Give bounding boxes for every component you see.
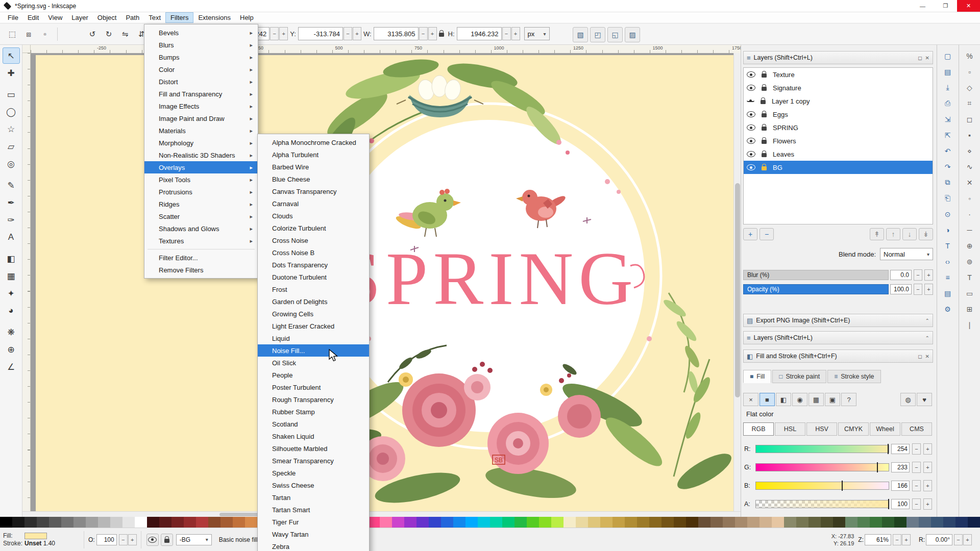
restore-button[interactable]: ❐	[934, 0, 957, 12]
zoom-plus-button[interactable]: +	[902, 534, 911, 545]
overlays-menu-item-colorize-turbulent[interactable]: Colorize Turbulent	[258, 222, 369, 234]
minimize-button[interactable]: —	[911, 0, 934, 12]
filters-menu-item-bumps[interactable]: Bumps▸	[144, 51, 258, 63]
vertical-ruler[interactable]	[22, 53, 31, 511]
palette-swatch[interactable]	[698, 517, 710, 528]
layer-lock-icon[interactable]	[762, 140, 767, 144]
h-minus-button[interactable]: −	[502, 27, 511, 40]
opacity-plus-button[interactable]: +	[924, 284, 933, 295]
palette-swatch[interactable]	[845, 517, 857, 528]
layer-lock-icon[interactable]	[762, 166, 767, 170]
blur-value[interactable]: 0.0	[890, 270, 912, 280]
palette-swatch[interactable]	[576, 517, 588, 528]
pattern-button[interactable]: ▦	[808, 393, 824, 406]
palette-swatch[interactable]	[637, 517, 649, 528]
overlays-menu-item-zebra[interactable]: Zebra	[258, 540, 369, 551]
overlays-menu-item-cross-noise[interactable]: Cross Noise	[258, 234, 369, 246]
green-slider-plus-button[interactable]: +	[923, 462, 932, 473]
red-slider-track[interactable]	[755, 445, 889, 453]
overlays-menu-item-shaken-liquid[interactable]: Shaken Liquid	[258, 430, 369, 442]
palette-swatch[interactable]	[735, 517, 747, 528]
layer-visibility-icon[interactable]	[747, 151, 755, 157]
opacity-slider[interactable]: Opacity (%)	[743, 284, 889, 294]
snap-grids-toggle[interactable]: ⊞	[962, 302, 977, 316]
layer-row-flowers[interactable]: Flowers	[744, 134, 933, 147]
palette-swatch[interactable]	[233, 517, 245, 528]
filters-menu-item-color[interactable]: Color▸	[144, 63, 258, 76]
filters-menu-item-blurs[interactable]: Blurs▸	[144, 39, 258, 51]
lock-ratio-toggle[interactable]	[437, 31, 446, 37]
blue-slider-plus-button[interactable]: +	[923, 480, 932, 491]
zoom-page-button[interactable]: ⊙	[940, 207, 955, 221]
align-dialog-button[interactable]: ≡	[940, 270, 955, 285]
palette-swatch[interactable]	[600, 517, 612, 528]
palette-swatch[interactable]	[502, 517, 514, 528]
palette-swatch[interactable]	[588, 517, 600, 528]
rotation-minus-button[interactable]: −	[954, 534, 963, 545]
snap-line-midpoints-toggle[interactable]: ─	[962, 222, 977, 237]
units-dropdown[interactable]: px ▾	[524, 27, 550, 40]
palette-swatch[interactable]	[955, 517, 968, 528]
fill-stroke-dialog-button[interactable]: ◑	[940, 222, 955, 237]
layer-lock-icon[interactable]	[762, 113, 767, 117]
blue-slider-track[interactable]	[755, 482, 889, 490]
overlays-menu-item-scotland[interactable]: Scotland	[258, 418, 369, 430]
filters-menu-item-image-paint-and-draw[interactable]: Image Paint and Draw▸	[144, 112, 258, 124]
zoom-field[interactable]: 61%	[865, 534, 891, 545]
gradient-tool[interactable]: ◧	[3, 251, 20, 267]
overlays-menu-item-blue-cheese[interactable]: Blue Cheese	[258, 173, 369, 185]
layer-row-eggs[interactable]: Eggs	[744, 108, 933, 121]
filters-menu-item-non-realistic-3d-shaders[interactable]: Non-Realistic 3D Shaders▸	[144, 149, 258, 161]
vertical-scrollbar[interactable]	[733, 53, 741, 511]
float-panel-button[interactable]: ◻	[918, 354, 922, 359]
palette-swatch[interactable]	[612, 517, 625, 528]
filters-menu-item-remove-filters[interactable]: Remove Filters	[144, 264, 258, 276]
horizontal-scrollbar[interactable]	[22, 511, 741, 517]
print-button[interactable]: ⎙	[940, 96, 955, 111]
palette-swatch[interactable]	[24, 517, 37, 528]
snap-page-border-toggle[interactable]: ▭	[962, 286, 977, 300]
opacity-spin-plus[interactable]: +	[128, 534, 137, 545]
overlays-menu-item-tartan[interactable]: Tartan	[258, 491, 369, 504]
current-layer-dropdown[interactable]: -BG ▾	[176, 534, 212, 545]
affect-patterns-toggle[interactable]: ▨	[625, 27, 640, 42]
filters-menu-item-pixel-tools[interactable]: Pixel Tools▸	[144, 173, 258, 186]
blue-slider-value[interactable]: 166	[891, 481, 910, 491]
palette-swatch[interactable]	[870, 517, 882, 528]
palette-swatch[interactable]	[122, 517, 135, 528]
mode-wheel[interactable]: Wheel	[870, 422, 900, 436]
green-slider-track[interactable]	[755, 463, 889, 471]
paste-button[interactable]: ⎗	[940, 191, 955, 206]
palette-swatch[interactable]	[245, 517, 257, 528]
text-dialog-button[interactable]: T	[940, 238, 955, 253]
node-tool[interactable]: ✚	[3, 65, 20, 81]
mesh-gradient-button[interactable]: ◍	[900, 393, 916, 406]
opacity-value[interactable]: 100.0	[890, 284, 912, 294]
calligraphy-tool[interactable]: ✑	[3, 212, 20, 228]
snap-bbox-edges-toggle[interactable]: ◇	[962, 80, 977, 95]
snap-rotation-centers-toggle[interactable]: ⊚	[962, 254, 977, 269]
blur-slider[interactable]: Blur (%)	[743, 270, 889, 280]
layer-lock-icon[interactable]	[761, 100, 766, 104]
zoom-minus-button[interactable]: −	[893, 534, 901, 545]
h-field[interactable]: 1946.232	[457, 27, 502, 40]
layer-visibility-icon[interactable]	[747, 138, 755, 144]
palette-swatch[interactable]	[747, 517, 760, 528]
mode-cmyk[interactable]: CMYK	[838, 422, 869, 436]
overlays-menu-item-tiger-fur[interactable]: Tiger Fur	[258, 516, 369, 528]
ellipse-tool[interactable]: ◯	[3, 104, 20, 120]
palette-swatch[interactable]	[551, 517, 564, 528]
import-button[interactable]: ⇲	[940, 112, 955, 127]
y-minus-button[interactable]: −	[344, 27, 352, 40]
open-file-button[interactable]: ▤	[940, 64, 955, 79]
palette-swatch[interactable]	[564, 517, 576, 528]
export-button[interactable]: ⇱	[940, 128, 955, 142]
palette-swatch[interactable]	[906, 517, 919, 528]
mode-cms[interactable]: CMS	[901, 422, 932, 436]
palette-swatch[interactable]	[135, 517, 147, 528]
mode-hsv[interactable]: HSV	[806, 422, 837, 436]
fill-stroke-indicator[interactable]: Fill: Stroke:Unset 1.40	[0, 532, 80, 547]
filters-menu-item-filter-editor-[interactable]: Filter Editor...	[144, 252, 258, 264]
mode-rgb[interactable]: RGB	[743, 422, 774, 436]
palette-swatch[interactable]	[490, 517, 502, 528]
